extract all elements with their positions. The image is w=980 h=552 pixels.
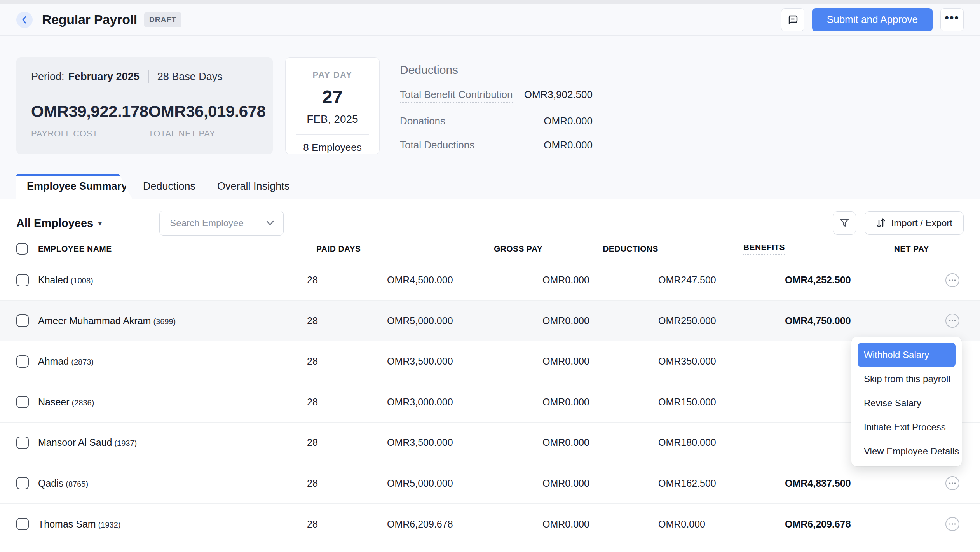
- total-net-pay-label: TOTAL NET PAY: [148, 129, 266, 139]
- payday-card: PAY DAY 27 FEB, 2025 8 Employees: [285, 57, 380, 154]
- paid-days-cell: 28: [307, 519, 387, 530]
- row-checkbox[interactable]: [16, 518, 29, 530]
- employee-table: EMPLOYEE NAME PAID DAYS GROSS PAY DEDUCT…: [0, 238, 980, 545]
- paid-days-cell: 28: [307, 437, 387, 448]
- payday-month-year: FEB, 2025: [286, 113, 379, 126]
- menu-item-withhold-salary[interactable]: Withhold Salary: [858, 343, 956, 367]
- period-label: Period:: [31, 71, 65, 83]
- row-checkbox[interactable]: [16, 396, 29, 408]
- net-pay-cell: OMR4,252.500: [785, 274, 929, 286]
- total-net-pay-value: OMR36,019.678: [148, 102, 266, 121]
- deductions-cell: OMR0.000: [542, 397, 658, 408]
- tab-content: All Employees ▾ Search Employee: [0, 199, 980, 545]
- column-deductions: DEDUCTIONS: [542, 244, 658, 253]
- filter-button[interactable]: [833, 211, 856, 235]
- row-checkbox[interactable]: [16, 314, 29, 327]
- gross-pay-cell: OMR3,000.000: [387, 397, 542, 408]
- deductions-summary: Deductions Total Benefit Contribution OM…: [400, 57, 593, 174]
- total-benefit-contribution-label[interactable]: Total Benefit Contribution: [400, 89, 513, 103]
- period-value: February 2025: [68, 71, 140, 83]
- funnel-icon: [839, 217, 850, 229]
- import-export-button[interactable]: Import / Export: [865, 211, 964, 235]
- paid-days-cell: 28: [307, 356, 387, 367]
- employee-filter-dropdown[interactable]: All Employees ▾: [16, 217, 102, 230]
- row-actions-button[interactable]: [944, 516, 961, 532]
- row-actions-button[interactable]: [944, 475, 961, 491]
- payroll-cost-value: OMR39,922.178: [31, 102, 148, 121]
- employee-name-cell: Qadis(8765): [38, 478, 307, 489]
- donations-value: OMR0.000: [544, 115, 593, 127]
- select-all-checkbox[interactable]: [16, 243, 28, 255]
- amounts-row: OMR39,922.178 PAYROLL COST OMR36,019.678…: [31, 102, 258, 139]
- deduction-row: Total Deductions OMR0.000: [400, 139, 593, 151]
- paid-days-cell: 28: [307, 274, 387, 286]
- row-checkbox[interactable]: [16, 437, 29, 449]
- paid-days-cell: 28: [307, 478, 387, 489]
- tab-label: Overall Insights: [217, 180, 289, 192]
- donations-label: Donations: [400, 115, 445, 127]
- table-row[interactable]: Qadis(8765) 28 OMR5,000.000 OMR0.000 OMR…: [0, 463, 980, 504]
- tab-deductions[interactable]: Deductions: [132, 174, 206, 199]
- table-row[interactable]: Khaled(1008) 28 OMR4,500.000 OMR0.000 OM…: [0, 260, 980, 301]
- window-top-strip: [0, 0, 980, 4]
- row-actions-button[interactable]: [944, 272, 961, 288]
- menu-item-skip-from-payroll[interactable]: Skip from this payroll: [858, 367, 956, 391]
- deduction-row: Total Benefit Contribution OMR3,902.500: [400, 89, 593, 103]
- base-days: 28 Base Days: [157, 71, 223, 83]
- summary-section: Period: February 2025 28 Base Days OMR39…: [0, 36, 980, 174]
- table-row[interactable]: Ahmad(2873) 28 OMR3,500.000 OMR0.000 OMR…: [0, 341, 980, 382]
- table-row[interactable]: Thomas Sam(1932) 28 OMR6,209.678 OMR0.00…: [0, 504, 980, 545]
- period-card: Period: February 2025 28 Base Days OMR39…: [16, 57, 273, 154]
- divider: [148, 70, 149, 83]
- menu-item-revise-salary[interactable]: Revise Salary: [858, 391, 956, 415]
- total-deductions-label: Total Deductions: [400, 139, 474, 151]
- payroll-cost-label: PAYROLL COST: [31, 129, 148, 139]
- deductions-cell: OMR0.000: [542, 315, 658, 327]
- row-checkbox[interactable]: [16, 274, 29, 286]
- row-checkbox[interactable]: [16, 355, 29, 368]
- total-deductions-value: OMR0.000: [544, 139, 593, 151]
- total-net-pay-block: OMR36,019.678 TOTAL NET PAY: [148, 102, 266, 139]
- gross-pay-cell: OMR3,500.000: [387, 356, 542, 367]
- column-benefits: BENEFITS: [658, 243, 785, 255]
- tab-employee-summary[interactable]: Employee Summary: [16, 174, 132, 199]
- comment-button[interactable]: [781, 8, 804, 31]
- row-checkbox[interactable]: [16, 477, 29, 489]
- employee-name-cell: Naseer(2836): [38, 397, 307, 408]
- deductions-cell: OMR0.000: [542, 356, 658, 367]
- page-title: Regular Payroll: [42, 12, 137, 27]
- payroll-cost-block: OMR39,922.178 PAYROLL COST: [31, 102, 148, 139]
- payday-employee-count: 8 Employees: [286, 141, 379, 154]
- tab-overall-insights[interactable]: Overall Insights: [206, 174, 300, 199]
- menu-item-view-employee-details[interactable]: View Employee Details: [858, 439, 956, 463]
- employee-name-cell: Thomas Sam(1932): [38, 519, 307, 530]
- tab-label: Deductions: [143, 180, 195, 192]
- tab-label: Employee Summary: [27, 180, 127, 192]
- gross-pay-cell: OMR5,000.000: [387, 315, 542, 327]
- menu-item-initiate-exit-process[interactable]: Initiate Exit Process: [858, 415, 956, 439]
- more-options-button[interactable]: •••: [940, 8, 964, 31]
- table-row[interactable]: Ameer Muhammad Akram(3699) 28 OMR5,000.0…: [0, 301, 980, 342]
- gross-pay-cell: OMR4,500.000: [387, 274, 542, 286]
- chevron-down-icon: [265, 220, 275, 226]
- deductions-cell: OMR0.000: [542, 437, 658, 448]
- employee-name-cell: Mansoor Al Saud(1937): [38, 437, 307, 448]
- benefits-cell: OMR250.000: [658, 315, 785, 327]
- deductions-cell: OMR0.000: [542, 478, 658, 489]
- ellipsis-circle-icon: [945, 273, 960, 288]
- ellipsis-circle-icon: [945, 313, 960, 328]
- deductions-title: Deductions: [400, 63, 593, 77]
- table-row[interactable]: Mansoor Al Saud(1937) 28 OMR3,500.000 OM…: [0, 423, 980, 463]
- comment-icon: [787, 14, 799, 26]
- page-header: Regular Payroll DRAFT Submit and Approve…: [0, 4, 980, 36]
- search-employee-select[interactable]: Search Employee: [159, 211, 284, 236]
- net-pay-cell: OMR4,837.500: [785, 478, 929, 489]
- row-actions-button[interactable]: [944, 313, 961, 329]
- table-row[interactable]: Naseer(2836) 28 OMR3,000.000 OMR0.000 OM…: [0, 382, 980, 423]
- chevron-left-icon: [21, 15, 28, 24]
- table-header-row: EMPLOYEE NAME PAID DAYS GROSS PAY DEDUCT…: [0, 238, 980, 260]
- payday-day: 27: [286, 86, 379, 108]
- search-employee-placeholder: Search Employee: [170, 218, 265, 229]
- back-button[interactable]: [16, 12, 33, 28]
- submit-and-approve-button[interactable]: Submit and Approve: [812, 8, 933, 31]
